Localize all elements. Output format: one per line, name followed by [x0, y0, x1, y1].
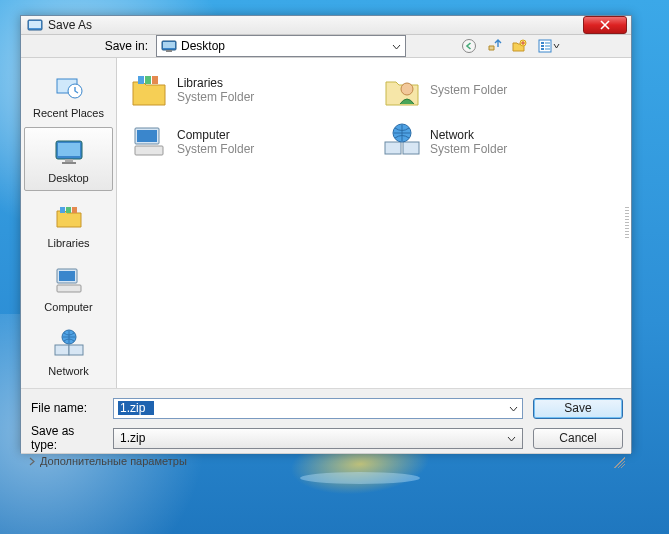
svg-rect-34 — [137, 130, 157, 142]
bottom-form: File name: Save Save as type: 1.zip Canc… — [21, 388, 631, 453]
svg-rect-20 — [60, 207, 65, 213]
network-folder-icon — [380, 120, 424, 164]
file-name-input[interactable] — [118, 401, 154, 415]
svg-rect-4 — [166, 50, 172, 52]
svg-rect-35 — [135, 146, 163, 155]
save-type-label: Save as type: — [29, 424, 103, 452]
recent-places-icon — [51, 69, 87, 105]
svg-rect-10 — [541, 48, 544, 50]
libraries-folder-icon — [127, 68, 171, 112]
svg-point-5 — [463, 40, 476, 53]
views-button[interactable] — [533, 35, 565, 57]
save-in-value: Desktop — [181, 39, 225, 53]
svg-rect-18 — [65, 159, 73, 162]
sidebar-item-recent-places[interactable]: Recent Places — [24, 63, 113, 125]
svg-rect-8 — [541, 42, 544, 44]
window-title: Save As — [48, 18, 583, 32]
titlebar: Save As — [21, 16, 631, 35]
file-item-user[interactable]: System Folder — [378, 66, 623, 114]
file-name-label: File name: — [29, 401, 103, 415]
svg-rect-19 — [62, 162, 76, 164]
svg-rect-29 — [138, 76, 144, 84]
save-as-dialog: Save As Save in: Desktop — [20, 15, 632, 453]
cancel-button[interactable]: Cancel — [533, 428, 623, 449]
chevron-down-icon — [507, 434, 516, 443]
svg-rect-21 — [66, 207, 71, 213]
svg-rect-27 — [69, 345, 83, 355]
places-sidebar: Recent Places Desktop Libraries Computer — [21, 58, 117, 388]
save-button[interactable]: Save — [533, 398, 623, 419]
svg-rect-22 — [72, 207, 77, 213]
save-in-combo[interactable]: Desktop — [156, 35, 406, 57]
expand-options-link[interactable]: Дополнительные параметры — [40, 455, 187, 467]
chevron-down-icon[interactable] — [509, 404, 518, 413]
sidebar-item-label: Libraries — [47, 237, 89, 249]
save-type-combo[interactable]: 1.zip — [113, 428, 523, 449]
svg-rect-25 — [57, 285, 81, 292]
user-folder-icon — [380, 68, 424, 112]
svg-rect-11 — [545, 42, 550, 44]
svg-rect-17 — [58, 143, 80, 156]
svg-rect-31 — [152, 76, 158, 84]
svg-point-32 — [401, 83, 413, 95]
file-item-libraries[interactable]: Libraries System Folder — [125, 66, 370, 114]
sidebar-item-libraries[interactable]: Libraries — [24, 193, 113, 255]
computer-icon — [51, 263, 87, 299]
svg-rect-1 — [29, 21, 41, 28]
svg-rect-36 — [385, 142, 401, 154]
computer-folder-icon — [127, 120, 171, 164]
pane-resize-handle[interactable] — [615, 58, 631, 388]
file-item-network[interactable]: Network System Folder — [378, 118, 623, 166]
sidebar-item-computer[interactable]: Computer — [24, 257, 113, 319]
file-area: Libraries System Folder System Folder — [117, 58, 631, 388]
svg-rect-3 — [163, 42, 175, 48]
close-button[interactable] — [583, 16, 627, 34]
sidebar-item-label: Computer — [44, 301, 92, 313]
file-item-computer[interactable]: Computer System Folder — [125, 118, 370, 166]
save-in-label: Save in: — [97, 39, 152, 53]
svg-rect-26 — [55, 345, 69, 355]
sidebar-item-label: Recent Places — [33, 107, 104, 119]
svg-rect-24 — [59, 271, 75, 281]
new-folder-button[interactable] — [508, 35, 530, 57]
toolbar: Save in: Desktop — [21, 35, 631, 57]
desktop-icon — [51, 134, 87, 170]
resize-grip-icon[interactable] — [611, 454, 625, 468]
libraries-icon — [51, 199, 87, 235]
svg-rect-12 — [545, 45, 550, 47]
svg-rect-30 — [145, 76, 151, 84]
statusbar: Дополнительные параметры — [21, 453, 631, 468]
sidebar-item-desktop[interactable]: Desktop — [24, 127, 113, 191]
svg-rect-37 — [403, 142, 419, 154]
up-button[interactable] — [483, 35, 505, 57]
file-name-combo[interactable] — [113, 398, 523, 419]
sidebar-item-label: Desktop — [48, 172, 88, 184]
network-icon — [51, 327, 87, 363]
svg-rect-13 — [545, 48, 550, 50]
sidebar-item-label: Network — [48, 365, 88, 377]
chevron-down-icon — [392, 42, 401, 51]
back-button[interactable] — [458, 35, 480, 57]
sidebar-item-network[interactable]: Network — [24, 321, 113, 383]
save-type-value: 1.zip — [120, 431, 145, 445]
expand-chevron-icon[interactable] — [27, 456, 38, 467]
svg-rect-9 — [541, 45, 544, 47]
app-icon — [27, 17, 43, 33]
